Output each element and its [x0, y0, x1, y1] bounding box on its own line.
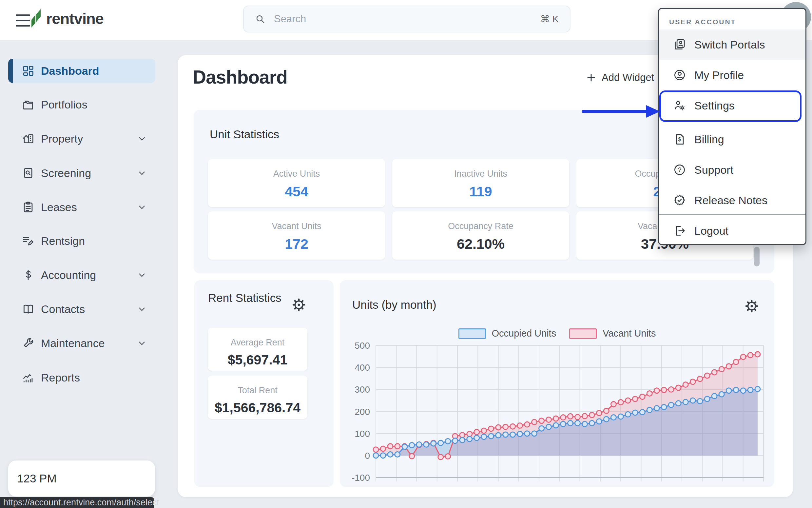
plus-icon	[586, 73, 596, 83]
menu-item-label: Logout	[694, 224, 728, 237]
menu-item-billing[interactable]: $ Billing	[659, 124, 805, 154]
status-url: https://account.rentvine.com/auth/select	[3, 498, 159, 508]
signature-pen-icon	[22, 235, 34, 247]
page-title: Dashboard	[193, 66, 287, 88]
dashboard-grid-icon	[22, 65, 34, 77]
menu-item-label: Switch Portals	[694, 38, 765, 51]
chevron-down-icon	[138, 339, 146, 347]
svg-text:400: 400	[355, 363, 370, 373]
user-settings-icon	[673, 99, 686, 112]
stat-card-vacant-units: Vacant Units 172	[208, 211, 385, 260]
stat-card-active-units: Active Units 454	[208, 159, 385, 207]
stat-card-average-rent: Average Rent $5,697.41	[208, 328, 307, 371]
svg-text:100: 100	[355, 429, 370, 439]
units-by-month-chart: 5004003002001000-100	[340, 280, 774, 487]
billing-icon: $	[673, 133, 686, 145]
sidebar-item-accounting[interactable]: Accounting	[8, 263, 155, 287]
stat-label: Inactive Units	[392, 169, 569, 179]
sidebar-item-property[interactable]: Property	[8, 127, 155, 151]
sidebar-item-label: Rentsign	[41, 235, 85, 247]
sidebar-item-label: Screening	[41, 167, 91, 180]
menu-item-settings[interactable]: Settings	[659, 90, 805, 121]
menu-item-support[interactable]: ? Support	[659, 155, 805, 185]
sidebar-item-label: Dashboard	[41, 65, 99, 77]
clock-widget: 123 PM	[8, 461, 155, 497]
stat-card-total-rent: Total Rent $1,566,786.74	[208, 376, 307, 419]
stat-value: 62.10%	[392, 236, 569, 252]
svg-text:?: ?	[678, 166, 682, 173]
switch-portals-icon	[673, 38, 686, 51]
sidebar-item-portfolios[interactable]: Portfolios	[8, 92, 155, 117]
profile-icon	[673, 69, 686, 81]
book-icon	[22, 303, 34, 315]
chevron-down-icon	[138, 305, 146, 313]
add-widget-label: Add Widget	[602, 72, 654, 84]
sidebar-item-label: Accounting	[41, 269, 96, 282]
sidebar-item-label: Contacts	[41, 303, 85, 315]
sidebar-item-label: Maintenance	[41, 337, 105, 350]
widget-settings-button[interactable]	[292, 298, 306, 312]
rentvine-logo[interactable]: rentvine	[31, 9, 103, 28]
stat-value: 119	[392, 183, 569, 200]
chevron-down-icon	[138, 134, 146, 143]
stat-value: $5,697.41	[208, 352, 307, 368]
stat-label: Average Rent	[208, 338, 307, 348]
property-icon	[22, 132, 34, 145]
document-search-icon	[22, 167, 34, 179]
sidebar-item-label: Reports	[41, 371, 80, 384]
sidebar-item-maintenance[interactable]: Maintenance	[8, 331, 155, 355]
browser-status-tooltip: https://account.rentvine.com/auth/select	[0, 497, 154, 508]
sidebar-item-leases[interactable]: Leases	[8, 195, 155, 219]
menu-item-label: My Profile	[694, 69, 744, 82]
svg-text:200: 200	[355, 407, 370, 417]
folder-icon	[22, 98, 34, 111]
active-indicator-bar	[8, 59, 13, 83]
logo-wordmark: rentvine	[46, 9, 103, 28]
search-input[interactable]	[273, 13, 533, 25]
release-notes-badge-icon	[673, 194, 686, 207]
units-by-month-widget: Units (by month) Occupied Units Vacant U…	[340, 280, 774, 487]
sidebar-item-rentsign[interactable]: Rentsign	[8, 229, 155, 253]
svg-text:-100: -100	[352, 473, 370, 483]
hamburger-menu-icon[interactable]	[16, 14, 30, 30]
content-scrollbar-thumb[interactable]	[754, 247, 760, 266]
report-chart-icon	[22, 371, 34, 384]
sidebar-item-reports[interactable]: Reports	[8, 366, 155, 390]
search-icon	[255, 14, 265, 24]
widget-title: Unit Statistics	[210, 128, 279, 141]
menu-item-logout[interactable]: Logout	[659, 216, 805, 246]
sidebar-item-screening[interactable]: Screening	[8, 161, 155, 185]
stat-card-inactive-units: Inactive Units 119	[392, 159, 569, 207]
wrench-icon	[22, 337, 34, 349]
global-search[interactable]: ⌘ K	[243, 6, 571, 33]
menu-item-label: Support	[694, 164, 733, 176]
menu-item-release-notes[interactable]: Release Notes	[659, 185, 805, 215]
chevron-down-icon	[138, 169, 146, 177]
stat-label: Vacant Units	[208, 221, 385, 231]
sidebar-item-contacts[interactable]: Contacts	[8, 297, 155, 321]
help-icon: ?	[673, 164, 686, 176]
menu-item-switch-portals[interactable]: Switch Portals	[659, 30, 805, 60]
menu-divider	[659, 214, 805, 215]
rent-statistics-widget: Rent Statistics Average Rent $5,697.41 T…	[194, 280, 333, 487]
sidebar-item-label: Property	[41, 132, 83, 145]
sidebar-item-label: Portfolios	[41, 98, 88, 111]
stat-label: Active Units	[208, 169, 385, 179]
clock-time: 123 PM	[17, 472, 57, 485]
search-shortcut-hint: ⌘ K	[540, 13, 559, 25]
rentvine-logo-mark	[31, 9, 42, 28]
svg-text:$: $	[678, 137, 681, 142]
logout-icon	[673, 224, 686, 237]
sidebar-item-label: Leases	[41, 201, 77, 214]
chevron-down-icon	[138, 271, 146, 279]
menu-item-my-profile[interactable]: My Profile	[659, 60, 805, 90]
sidebar-item-dashboard[interactable]: Dashboard	[8, 59, 155, 83]
menu-section-label: USER ACCOUNT	[669, 18, 736, 26]
stat-value: $1,566,786.74	[208, 400, 307, 416]
dollar-icon	[22, 269, 34, 281]
gear-icon	[292, 298, 306, 312]
add-widget-button[interactable]: Add Widget	[586, 72, 654, 84]
svg-text:300: 300	[355, 384, 370, 394]
svg-text:0: 0	[365, 451, 370, 461]
widget-title: Rent Statistics	[208, 291, 283, 305]
